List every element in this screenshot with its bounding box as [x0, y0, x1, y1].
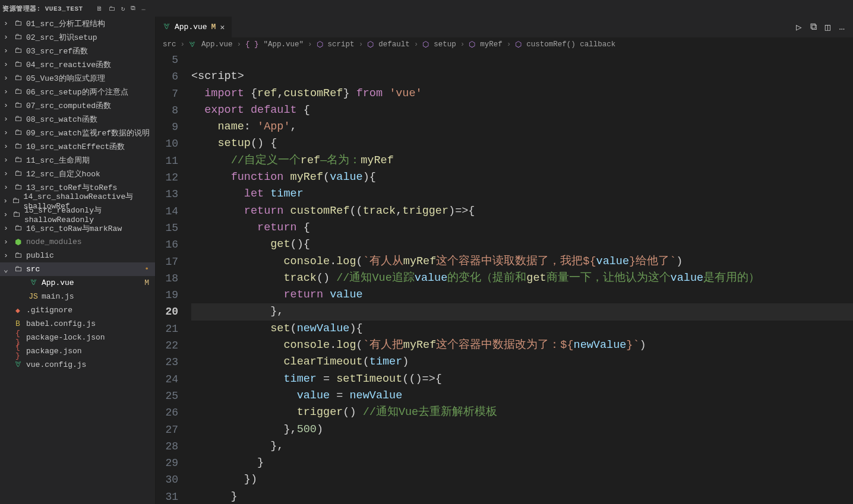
chevron-icon: › [2, 183, 10, 192]
tree-item-app-vue[interactable]: ⩔App.vueM [0, 276, 155, 290]
file-explorer[interactable]: ›🗀01_src_分析工程结构›🗀02_src_初识setup›🗀03_src_… [0, 17, 156, 504]
code-line[interactable]: } [191, 489, 853, 504]
code-line[interactable]: function myRef(value){ [191, 169, 853, 186]
code-line[interactable]: return { [191, 220, 853, 236]
code-line[interactable]: value = newValue [191, 388, 853, 404]
code-line[interactable]: clearTimeout(timer) [191, 354, 853, 370]
new-file-icon[interactable]: 🗎 [96, 5, 103, 12]
tree-item-package-json[interactable]: { }package.json [0, 344, 155, 358]
tree-item-label: 01_src_分析工程结构 [26, 18, 105, 29]
tree-item-10-src-watcheffect-[interactable]: ›🗀10_src_watchEffect函数 [0, 140, 155, 153]
more-actions-icon[interactable]: … [839, 22, 845, 33]
code-line[interactable]: <script> [191, 68, 853, 85]
code-line[interactable]: name: 'App', [191, 119, 853, 135]
more-icon[interactable]: … [141, 5, 146, 12]
folder-icon: 🗀 [13, 74, 23, 83]
tree-item--gitignore[interactable]: ◆.gitignore [0, 303, 155, 317]
code-line[interactable]: //自定义一个ref—名为：myRef [191, 153, 853, 169]
code-line[interactable]: }, [191, 303, 853, 320]
breadcrumb-segment[interactable]: App.vue [201, 40, 233, 49]
code-line[interactable]: setup() { [191, 135, 853, 152]
breadcrumb-segment[interactable]: customRef() callback [526, 40, 615, 49]
code-line[interactable]: track() //通知Vue追踪value的变化（提前和get商量一下，让他认… [191, 270, 853, 287]
layout-icon[interactable]: ◫ [825, 21, 831, 33]
tree-item-vue-config-js[interactable]: ⩔vue.config.js [0, 358, 155, 372]
folder-icon: 🗀 [13, 156, 23, 164]
chevron-icon: › [2, 210, 9, 219]
code-line[interactable]: return value [191, 287, 853, 303]
chevron-icon: › [2, 115, 10, 123]
tree-item-02-src-setup[interactable]: ›🗀02_src_初识setup [0, 30, 155, 44]
tree-item-label: App.vue [42, 278, 74, 287]
breadcrumb[interactable]: src›⩔ App.vue›{ } "App.vue"›⬡ script›⬡ d… [156, 37, 853, 52]
code-line[interactable]: let timer [191, 186, 853, 202]
main-layout: ›🗀01_src_分析工程结构›🗀02_src_初识setup›🗀03_src_… [0, 17, 853, 504]
symbol-icon: ⬡ [317, 40, 323, 49]
folder-icon: 🗀 [13, 251, 23, 260]
folder-icon: 🗀 [13, 224, 23, 233]
code-line[interactable]: set(newValue){ [191, 321, 853, 337]
tree-item-12-src-hook[interactable]: ›🗀12_src_自定义hook [0, 167, 155, 180]
code-line[interactable]: console.log(`有人把myRef这个容器中数据改为了：${newVal… [191, 337, 853, 354]
editor-pane: ⩔ App.vue M ✕ ▷ ⧉ ◫ … src›⩔ App.vue›{ } … [156, 17, 853, 504]
tree-item-11-src-[interactable]: ›🗀11_src_生命周期 [0, 153, 155, 167]
tree-item-07-src-computed-[interactable]: ›🗀07_src_computed函数 [0, 99, 155, 112]
chevron-icon: › [2, 224, 10, 233]
breadcrumb-segment[interactable]: setup [434, 40, 456, 49]
tree-item-03-src-ref-[interactable]: ›🗀03_src_ref函数 [0, 44, 155, 58]
new-folder-icon[interactable]: 🗀 [109, 5, 115, 12]
code-line[interactable]: trigger() //通知Vue去重新解析模板 [191, 404, 853, 421]
tree-item-main-js[interactable]: JSmain.js [0, 290, 155, 303]
tree-item-src[interactable]: ⌄🗀src• [0, 262, 155, 276]
run-icon[interactable]: ▷ [796, 21, 802, 33]
tab-app-vue[interactable]: ⩔ App.vue M ✕ [156, 17, 232, 37]
vue-icon: ⩔ [189, 40, 197, 49]
code-line[interactable]: timer = setTimeout(()=>{ [191, 371, 853, 388]
tree-item-01-src-[interactable]: ›🗀01_src_分析工程结构 [0, 17, 155, 30]
code-line[interactable]: export default { [191, 102, 853, 119]
tree-item-09-src-watch-ref-[interactable]: ›🗀09_src_watch监视ref数据的说明 [0, 126, 155, 140]
tree-item-label: .gitignore [26, 306, 72, 315]
code-line[interactable]: }) [191, 471, 853, 488]
code-line[interactable]: import {ref,customRef} from 'vue' [191, 85, 853, 102]
tree-item-package-lock-json[interactable]: { }package-lock.json [0, 331, 155, 344]
tree-item-public[interactable]: ›🗀public [0, 249, 155, 262]
editor-tabs: ⩔ App.vue M ✕ ▷ ⧉ ◫ … [156, 17, 853, 37]
explorer-title: 资源管理器: VUE3_TEST [2, 4, 83, 13]
code-content[interactable]: <script> import {ref,customRef} from 'vu… [189, 52, 853, 504]
close-icon[interactable]: ✕ [220, 23, 225, 32]
tree-item-06-src-setup-[interactable]: ›🗀06_src_setup的两个注意点 [0, 85, 155, 99]
tree-item-babel-config-js[interactable]: Bbabel.config.js [0, 317, 155, 331]
breadcrumb-segment[interactable]: src [163, 40, 176, 49]
breadcrumb-segment[interactable]: script [328, 40, 355, 49]
tree-item-node-modules[interactable]: ›⬢node_modules [0, 235, 155, 249]
tree-item-label: 11_src_生命周期 [26, 155, 90, 166]
split-icon[interactable]: ⧉ [810, 21, 817, 33]
tree-item-label: 06_src_setup的两个注意点 [26, 87, 128, 97]
refresh-icon[interactable]: ↻ [121, 5, 125, 12]
folder-icon: 🗀 [13, 87, 23, 96]
tree-item-08-src-watch-[interactable]: ›🗀08_src_watch函数 [0, 112, 155, 126]
code-line[interactable]: }, [191, 438, 853, 455]
code-line[interactable] [191, 52, 853, 68]
code-line[interactable]: } [191, 455, 853, 471]
code-line[interactable]: return customRef((track,trigger)=>{ [191, 203, 853, 220]
tree-item-04-src-reactive-[interactable]: ›🗀04_src_reactive函数 [0, 58, 155, 71]
tree-item-label: 12_src_自定义hook [26, 169, 100, 179]
tab-modified-badge: M [211, 23, 216, 31]
code-line[interactable]: },500) [191, 421, 853, 438]
tree-item-label: 10_src_watchEffect函数 [26, 141, 125, 152]
tree-item-16-src-toraw-markraw[interactable]: ›🗀16_src_toRaw与markRaw [0, 221, 155, 235]
breadcrumb-segment[interactable]: myRef [480, 40, 503, 49]
collapse-icon[interactable]: ⧉ [131, 5, 135, 12]
code-line[interactable]: get(){ [191, 236, 853, 253]
code-editor[interactable]: 5678910111213141516171819202122232425262… [156, 52, 853, 504]
folder-icon: 🗀 [13, 19, 23, 28]
tree-item-15-src-readonly-shallowreadonly[interactable]: ›🗀15_src_readonly与shallowReadonly [0, 208, 155, 221]
code-line[interactable]: console.log(`有人从myRef这个容器中读取数据了，我把${valu… [191, 253, 853, 270]
breadcrumb-segment[interactable]: "App.vue" [264, 40, 304, 49]
tree-item-05-vue3-[interactable]: ›🗀05_Vue3的响应式原理 [0, 71, 155, 85]
folder-icon: 🗀 [13, 169, 23, 178]
breadcrumb-segment[interactable]: default [378, 40, 410, 49]
folder-icon: 🗀 [13, 142, 23, 151]
